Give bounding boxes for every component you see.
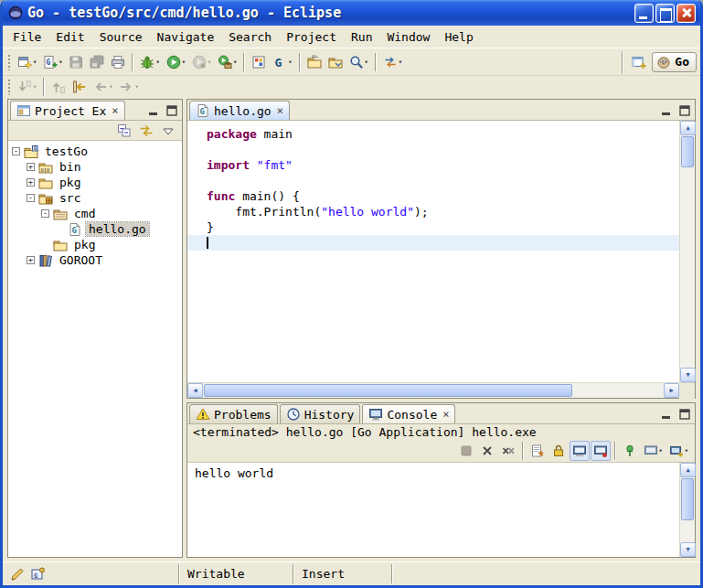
code-area[interactable]: package mainimport "fmt"func main() { fm… <box>187 121 679 382</box>
tree-item-cmd[interactable]: -cmd <box>8 206 182 221</box>
collapse-icon[interactable]: - <box>12 147 20 155</box>
title-bar[interactable]: Go - testGo/src/cmd/hello.go - Eclipse <box>3 0 700 26</box>
editor-vertical-scrollbar[interactable]: ▲ ▼ <box>679 121 695 382</box>
terminate-button[interactable] <box>456 441 476 461</box>
back-button[interactable]: ▾ <box>91 77 115 97</box>
remove-all-launches-button[interactable] <box>498 441 518 461</box>
maximize-view-button[interactable] <box>676 103 693 118</box>
open-perspective-button[interactable] <box>629 52 649 72</box>
minimize-button[interactable] <box>634 4 654 23</box>
go-perspective-button[interactable]: Go <box>652 52 697 72</box>
remove-launch-button[interactable] <box>477 441 497 461</box>
open-console-button[interactable]: ▾ <box>666 441 691 461</box>
dropdown-arrow-icon[interactable]: ▾ <box>399 59 402 66</box>
minimize-view-button[interactable] <box>658 407 675 422</box>
scroll-right-icon[interactable]: ▶ <box>664 383 679 398</box>
expand-icon[interactable]: + <box>27 178 35 187</box>
forward-button[interactable]: ▾ <box>116 77 141 97</box>
toolbar-grip[interactable] <box>7 54 11 70</box>
scroll-down-icon[interactable]: ▼ <box>680 542 696 557</box>
open-task-button[interactable] <box>304 52 325 72</box>
tree-item-bin[interactable]: +010bin <box>8 159 182 175</box>
scroll-down-icon[interactable]: ▼ <box>680 368 696 382</box>
tab-history[interactable]: History <box>280 404 361 423</box>
menu-run[interactable]: Run <box>344 27 379 47</box>
pin-console-button[interactable] <box>620 441 640 461</box>
expand-icon[interactable]: + <box>27 163 35 171</box>
dropdown-arrow-icon[interactable]: ▾ <box>155 59 159 66</box>
clear-console-button[interactable] <box>527 441 548 461</box>
link-with-editor-button[interactable] <box>136 121 156 141</box>
scroll-left-icon[interactable]: ◀ <box>187 383 203 398</box>
show-stderr-button[interactable] <box>591 441 611 461</box>
scrollbar-thumb[interactable] <box>681 136 694 167</box>
menu-source[interactable]: Source <box>92 27 150 47</box>
tree-item-pkg[interactable]: pkg <box>8 237 182 252</box>
go-tools-button[interactable]: G▾ <box>270 52 294 72</box>
dropdown-arrow-icon[interactable]: ▾ <box>288 59 292 66</box>
project-explorer-tab[interactable]: Project Ex × <box>10 101 125 120</box>
maximize-button[interactable] <box>655 4 675 23</box>
expand-icon[interactable]: + <box>27 256 35 264</box>
tree-item-testgo[interactable]: -GtestGo <box>8 144 182 159</box>
menu-project[interactable]: Project <box>279 27 344 47</box>
console-output[interactable]: hello world <box>187 463 679 557</box>
new-wizard-button[interactable]: ▾ <box>15 52 39 72</box>
tab-console[interactable]: Console× <box>362 404 455 423</box>
debug-button[interactable]: ▾ <box>137 52 162 72</box>
save-all-button[interactable] <box>87 52 107 72</box>
menu-help[interactable]: Help <box>437 27 480 47</box>
scrollbar-track[interactable] <box>680 135 695 368</box>
close-view-icon[interactable]: × <box>112 105 118 116</box>
dropdown-arrow-icon[interactable]: ▾ <box>685 447 688 454</box>
collapse-icon[interactable]: - <box>27 194 35 202</box>
console-vertical-scrollbar[interactable]: ▲ ▼ <box>679 463 695 557</box>
menu-file[interactable]: File <box>5 27 48 47</box>
display-console-button[interactable]: ▾ <box>641 441 666 461</box>
scroll-lock-button[interactable] <box>549 441 569 461</box>
dropdown-arrow-icon[interactable]: ▾ <box>59 59 62 66</box>
save-button[interactable] <box>66 52 86 72</box>
scrollbar-track[interactable] <box>680 477 695 542</box>
show-stdout-button[interactable] <box>570 441 590 461</box>
scroll-up-icon[interactable]: ▲ <box>680 121 696 135</box>
external-tools-button[interactable]: ▾ <box>215 52 240 72</box>
pencil-status-icon[interactable] <box>10 567 25 582</box>
run-button[interactable]: ▾ <box>164 52 188 72</box>
menu-edit[interactable]: Edit <box>48 27 91 47</box>
scrollbar-track[interactable] <box>203 383 664 398</box>
previous-annotation-button[interactable] <box>48 77 69 97</box>
editor-horizontal-scrollbar[interactable]: ◀ ▶ <box>187 383 679 398</box>
maximize-view-button[interactable] <box>676 407 693 422</box>
maximize-view-button[interactable] <box>164 103 180 118</box>
next-annotation-button[interactable]: ▾ <box>15 77 39 97</box>
open-resource-button[interactable] <box>325 52 346 72</box>
minimize-view-button[interactable] <box>145 103 162 118</box>
dropdown-arrow-icon[interactable]: ▾ <box>182 59 186 66</box>
dropdown-arrow-icon[interactable]: ▾ <box>109 83 112 91</box>
new-go-program-button[interactable] <box>249 52 269 72</box>
toolbar-grip[interactable] <box>7 79 11 95</box>
print-button[interactable] <box>108 52 128 72</box>
menu-search[interactable]: Search <box>221 27 279 47</box>
close-editor-icon[interactable]: × <box>277 105 283 116</box>
dropdown-arrow-icon[interactable]: ▾ <box>33 83 37 91</box>
minimize-view-button[interactable] <box>658 103 675 118</box>
dropdown-arrow-icon[interactable]: ▾ <box>659 447 663 454</box>
dropdown-arrow-icon[interactable]: ▾ <box>233 59 237 66</box>
close-view-icon[interactable]: × <box>442 409 449 420</box>
editor-tab-hello-go[interactable]: G hello.go × <box>189 101 290 120</box>
collapse-icon[interactable]: - <box>41 209 49 218</box>
tree-item-hello-go[interactable]: Ghello.go <box>8 221 182 237</box>
scroll-up-icon[interactable]: ▲ <box>680 463 696 477</box>
dropdown-arrow-icon[interactable]: ▾ <box>134 83 138 91</box>
tree-item-goroot[interactable]: +GOROOT <box>8 252 182 268</box>
go-launch-icon[interactable]: G <box>30 567 45 582</box>
new-go-element-button[interactable]: G▾ <box>40 52 65 72</box>
tree-item-pkg[interactable]: +pkg <box>8 175 182 190</box>
synchronize-button[interactable]: ▾ <box>380 52 405 72</box>
run-last-button[interactable]: ▾ <box>189 52 214 72</box>
tree-item-src[interactable]: -src <box>8 190 182 206</box>
menu-window[interactable]: Window <box>379 27 437 47</box>
search-button[interactable]: ▾ <box>346 52 371 72</box>
